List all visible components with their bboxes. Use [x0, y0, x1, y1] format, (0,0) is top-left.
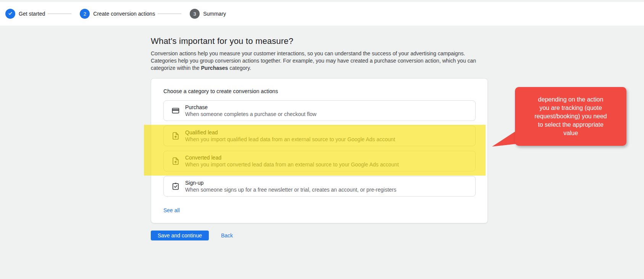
lead-import-icon	[171, 132, 180, 140]
option-purchase[interactable]: Purchase When someone completes a purcha…	[163, 100, 476, 121]
step-1-label: Get started	[19, 11, 45, 17]
page-title: What's important for you to measure?	[151, 36, 488, 46]
signup-check-icon	[171, 182, 180, 190]
option-description: When someone signs up for a free newslet…	[185, 186, 396, 193]
option-description: When you import qualified lead data from…	[185, 136, 395, 143]
description-line-2: Categories help you group conversion act…	[151, 57, 488, 65]
callout-text-line: you are tracking (quote	[515, 104, 626, 112]
see-all-link[interactable]: See all	[163, 207, 180, 213]
option-title: Qualified lead	[185, 129, 395, 136]
save-and-continue-button[interactable]: Save and continue	[151, 231, 209, 240]
category-card-heading: Choose a category to create conversion a…	[163, 88, 476, 94]
step-1-circle	[5, 9, 15, 19]
step-connector	[48, 13, 71, 14]
credit-card-icon	[171, 106, 180, 115]
wizard-stepper: Get started 2 Create conversion actions …	[0, 2, 644, 26]
callout-text-line: to select the appropriate	[515, 121, 626, 129]
callout-text-line: depending on the action	[515, 95, 626, 104]
category-card: Choose a category to create conversion a…	[151, 78, 488, 223]
back-link[interactable]: Back	[221, 232, 233, 239]
option-description: When someone completes a purchase or che…	[185, 111, 316, 118]
check-icon	[8, 11, 13, 17]
step-3-circle: 3	[190, 9, 200, 19]
step-connector	[158, 13, 181, 14]
purchases-bold-text: Purchases	[201, 65, 228, 71]
description-line-3: categorize within the Purchases category…	[151, 65, 488, 72]
step-2-circle: 2	[80, 9, 90, 19]
callout-text-line: value	[515, 129, 626, 137]
step-get-started[interactable]: Get started	[5, 9, 45, 19]
step-summary[interactable]: 3 Summary	[190, 9, 226, 19]
content-column: What's important for you to measure? Con…	[151, 36, 488, 240]
option-title: Sign-up	[185, 180, 396, 186]
annotation-callout-bubble: depending on the action you are tracking…	[515, 87, 626, 146]
option-sign-up[interactable]: Sign-up When someone signs up for a free…	[163, 176, 476, 197]
option-description: When you import converted lead data from…	[185, 161, 399, 168]
main-area: What's important for you to measure? Con…	[0, 26, 644, 279]
option-title: Purchase	[185, 104, 316, 111]
option-qualified-lead[interactable]: Qualified lead When you import qualified…	[163, 126, 476, 146]
step-2-label: Create conversion actions	[93, 11, 155, 17]
option-title: Converted lead	[185, 155, 399, 161]
description-line-1: Conversion actions help you measure your…	[151, 50, 488, 57]
actions-row: Save and continue Back	[151, 231, 488, 240]
step-3-label: Summary	[203, 11, 226, 17]
option-converted-lead[interactable]: Converted lead When you import converted…	[163, 151, 476, 171]
lead-import-icon	[171, 157, 180, 165]
callout-text-line: request/booking) you need	[515, 112, 626, 121]
step-create-conversion-actions[interactable]: 2 Create conversion actions	[80, 9, 155, 19]
